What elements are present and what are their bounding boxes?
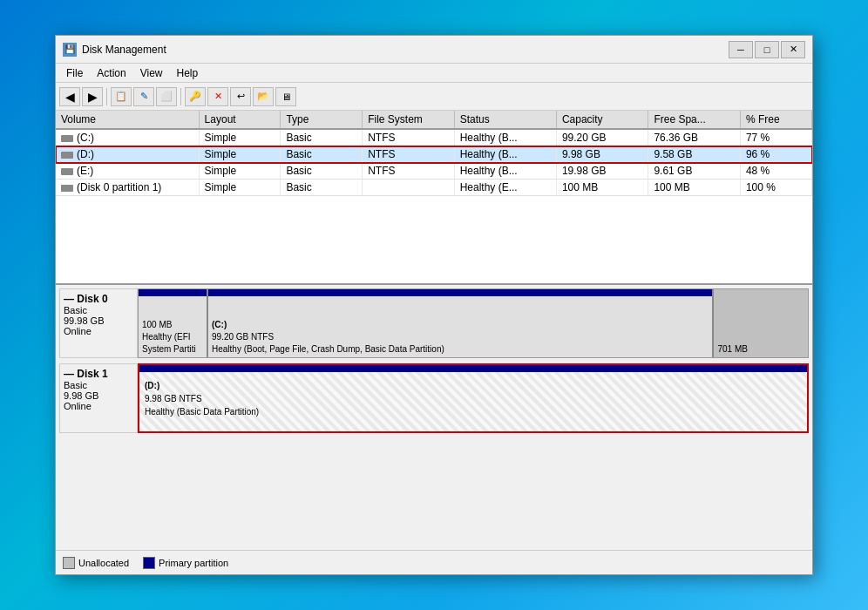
table-cell: 100 MB [556, 180, 648, 196]
menu-help[interactable]: Help [170, 65, 206, 81]
legend-primary-label: Primary partition [159, 558, 228, 568]
app-icon: 💾 [63, 43, 77, 57]
menu-view[interactable]: View [133, 65, 170, 81]
table-row[interactable]: (C:)SimpleBasicNTFSHealthy (B...99.20 GB… [56, 129, 812, 146]
table-cell [363, 180, 455, 196]
legend-primary: Primary partition [143, 557, 228, 569]
disk0-efi-partition[interactable]: 100 MB Healthy (EFI System Partiti [139, 289, 208, 357]
disk0-partitions: 100 MB Healthy (EFI System Partiti (C:) … [138, 288, 809, 358]
table-row[interactable]: (Disk 0 partition 1)SimpleBasicHealthy (… [56, 180, 812, 196]
table-cell: 48 % [740, 163, 811, 180]
toolbar-sep-1 [106, 88, 107, 105]
col-percent: % Free [740, 111, 811, 129]
disk0-size: 99.98 GB [64, 315, 133, 326]
table-cell: (D:) [56, 146, 199, 163]
table-cell: 99.20 GB [556, 129, 648, 146]
title-bar: 💾 Disk Management ─ □ ✕ [56, 36, 812, 64]
disk1-d-partition[interactable]: (D:) 9.98 GB NTFS Healthy (Basic Data Pa… [139, 365, 807, 431]
disk1-partitions: (D:) 9.98 GB NTFS Healthy (Basic Data Pa… [138, 363, 809, 433]
disk1-size: 9.98 GB [64, 390, 133, 401]
table-row[interactable]: (D:)SimpleBasicNTFSHealthy (B...9.98 GB9… [56, 146, 812, 163]
table-cell: (Disk 0 partition 1) [56, 180, 199, 196]
disk0-name: — Disk 0 [64, 293, 133, 305]
window-title: Disk Management [82, 44, 729, 56]
legend-primary-box [143, 557, 155, 569]
window-controls: ─ □ ✕ [729, 41, 805, 58]
maximize-button[interactable]: □ [755, 41, 779, 58]
disk1-d-size: 9.98 GB NTFS [145, 392, 802, 405]
table-cell: Healthy (B... [454, 163, 556, 180]
table-row[interactable]: (E:)SimpleBasicNTFSHealthy (B...19.98 GB… [56, 163, 812, 180]
disk0-row: — Disk 0 Basic 99.98 GB Online 100 MB He… [59, 288, 809, 358]
disk0-status: Online [64, 326, 133, 336]
monitor-button[interactable]: 🖥 [275, 87, 296, 106]
disk-section: — Disk 0 Basic 99.98 GB Online 100 MB He… [56, 285, 812, 550]
key-button[interactable]: 🔑 [185, 87, 206, 106]
main-content: Volume Layout Type File System Status Ca… [56, 111, 812, 574]
menu-bar: File Action View Help [56, 64, 812, 83]
toolbar: ◀ ▶ 📋 ✎ ⬜ 🔑 ✕ ↩ 📂 🖥 [56, 83, 812, 111]
table-cell: NTFS [363, 146, 455, 163]
back-button[interactable]: ◀ [59, 87, 80, 106]
disk0-c-drive: (C:) [212, 319, 709, 331]
table-cell: Healthy (E... [454, 180, 556, 196]
table-cell: 96 % [740, 146, 811, 163]
table-cell: NTFS [363, 129, 455, 146]
drive-icon [61, 135, 73, 142]
legend: Unallocated Primary partition [56, 550, 812, 574]
delete-button[interactable]: ✕ [207, 87, 228, 106]
legend-unallocated: Unallocated [63, 557, 129, 569]
open-button[interactable]: 📂 [253, 87, 274, 106]
close-button[interactable]: ✕ [781, 41, 805, 58]
table-cell: 19.98 GB [556, 163, 648, 180]
drive-icon [61, 168, 73, 175]
table-cell: (C:) [56, 129, 199, 146]
disk0-c-content: (C:) 99.20 GB NTFS Healthy (Boot, Page F… [212, 319, 709, 356]
table-cell: Simple [199, 129, 281, 146]
edit-button[interactable]: ✎ [133, 87, 154, 106]
table-cell: Basic [281, 146, 363, 163]
col-status: Status [454, 111, 556, 129]
table-cell: Basic [281, 163, 363, 180]
table-cell: NTFS [363, 163, 455, 180]
table-cell: 100 % [740, 180, 811, 196]
undo-button[interactable]: ↩ [230, 87, 251, 106]
table-cell: 76.36 GB [648, 129, 741, 146]
forward-button[interactable]: ▶ [82, 87, 103, 106]
legend-unalloc-label: Unallocated [78, 558, 129, 568]
legend-unalloc-box [63, 557, 75, 569]
properties-button[interactable]: 📋 [111, 87, 132, 106]
menu-action[interactable]: Action [90, 65, 132, 81]
disk0-label: — Disk 0 Basic 99.98 GB Online [59, 288, 138, 358]
volume-table-section: Volume Layout Type File System Status Ca… [56, 111, 812, 285]
volume-table: Volume Layout Type File System Status Ca… [56, 111, 812, 196]
table-body: (C:)SimpleBasicNTFSHealthy (B...99.20 GB… [56, 129, 812, 196]
minimize-button[interactable]: ─ [729, 41, 753, 58]
view-button[interactable]: ⬜ [156, 87, 177, 106]
table-cell: Healthy (B... [454, 146, 556, 163]
col-volume: Volume [56, 111, 199, 129]
menu-file[interactable]: File [59, 65, 90, 81]
col-type: Type [281, 111, 363, 129]
disk0-efi-content: 100 MB Healthy (EFI System Partiti [142, 319, 203, 356]
disk0-type: Basic [64, 305, 133, 315]
disk0-efi-label: Healthy (EFI System Partiti [142, 331, 203, 356]
disk0-unalloc-size: 701 MB [717, 343, 804, 356]
table-cell: Healthy (B... [454, 129, 556, 146]
disk1-row: — Disk 1 Basic 9.98 GB Online (D:) 9.98 … [59, 363, 809, 433]
disk0-c-partition[interactable]: (C:) 99.20 GB NTFS Healthy (Boot, Page F… [208, 289, 714, 357]
disk0-efi-size: 100 MB [142, 319, 203, 331]
table-cell: Simple [199, 180, 281, 196]
disk1-d-bar [139, 365, 807, 372]
disk0-efi-bar [139, 289, 207, 296]
disk0-unalloc-partition[interactable]: 701 MB [714, 289, 808, 357]
col-layout: Layout [199, 111, 281, 129]
col-free: Free Spa... [648, 111, 741, 129]
table-cell: (E:) [56, 163, 199, 180]
disk1-d-content: (D:) 9.98 GB NTFS Healthy (Basic Data Pa… [145, 379, 802, 418]
disk0-c-label: Healthy (Boot, Page File, Crash Dump, Ba… [212, 343, 709, 356]
disk1-name: — Disk 1 [64, 368, 133, 380]
drive-icon [61, 152, 73, 159]
table-header-row: Volume Layout Type File System Status Ca… [56, 111, 812, 129]
disk0-c-size: 99.20 GB NTFS [212, 331, 709, 343]
